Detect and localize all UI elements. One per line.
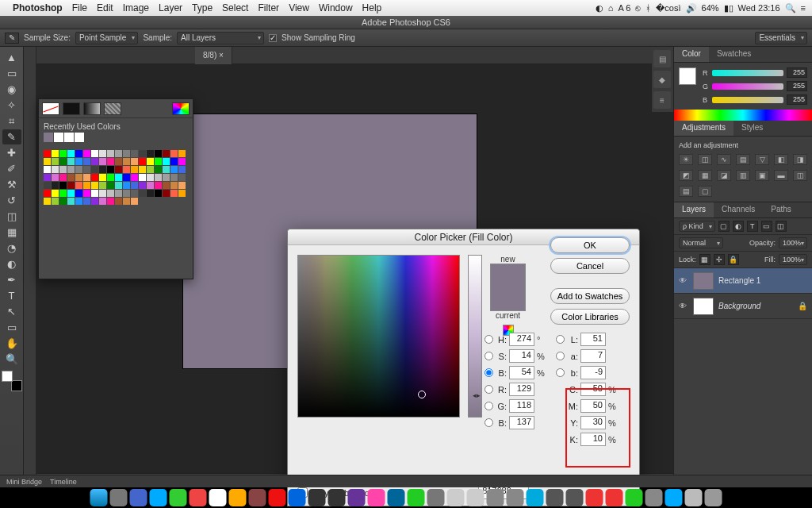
dock-app-icon[interactable] — [427, 489, 445, 506]
swatch-cell[interactable] — [99, 158, 106, 165]
swatch-cell[interactable] — [52, 150, 59, 157]
dock-app-icon[interactable] — [606, 489, 623, 506]
dock-app-icon[interactable] — [626, 489, 643, 506]
dock-app-icon[interactable] — [527, 489, 544, 506]
swatch-cell[interactable] — [123, 182, 130, 189]
swatch-cell[interactable] — [131, 190, 138, 197]
opacity-value[interactable]: 100% — [779, 237, 807, 248]
adj-thresh-icon[interactable]: ▣ — [755, 170, 769, 181]
swatch-cell[interactable] — [115, 166, 122, 173]
swatch-cell[interactable] — [163, 190, 170, 197]
eyedropper-tool-icon[interactable]: ✎ — [2, 129, 21, 144]
dock-app-icon[interactable] — [190, 489, 207, 506]
color-picker-button[interactable] — [172, 102, 190, 115]
swatch-cell[interactable] — [139, 174, 146, 181]
swatch-cell[interactable] — [115, 198, 122, 205]
swatch-cell[interactable] — [83, 174, 90, 181]
r-input[interactable]: 129 — [509, 383, 534, 396]
swatch-cell[interactable] — [178, 174, 186, 181]
blend-mode-select[interactable]: Normal — [679, 237, 723, 248]
m-input[interactable]: 50 — [580, 399, 606, 413]
filter-shape-icon[interactable]: ▭ — [761, 221, 772, 232]
adj-levels-icon[interactable]: ◫ — [698, 154, 712, 165]
swatch-cell[interactable] — [75, 166, 82, 173]
swatch-cell[interactable] — [91, 166, 98, 173]
swatch-cell[interactable] — [99, 166, 106, 173]
swatch-cell[interactable] — [155, 166, 162, 173]
swatch-cell[interactable] — [91, 150, 98, 157]
swatch-cell[interactable] — [83, 158, 90, 165]
collapsed-panel-icon[interactable]: ≡ — [653, 91, 671, 109]
dock-app-icon[interactable] — [368, 489, 385, 506]
swatch-cell[interactable] — [139, 166, 146, 173]
swatch-cell[interactable] — [67, 158, 75, 165]
tab-color[interactable]: Color — [674, 47, 709, 62]
swatch-cell[interactable] — [44, 150, 51, 157]
swatch-cell[interactable] — [123, 198, 130, 205]
blur-tool-icon[interactable]: ◔ — [2, 241, 21, 256]
swatch-cell[interactable] — [131, 150, 138, 157]
swatch-cell[interactable] — [163, 174, 170, 181]
lab-b-radio[interactable] — [556, 368, 565, 377]
swatch-cell[interactable] — [99, 182, 106, 189]
dock-trash-icon[interactable] — [705, 489, 722, 506]
tool-preset-icon[interactable]: ✎ — [5, 33, 19, 44]
swatch-cell[interactable] — [170, 182, 178, 189]
layer-thumb[interactable] — [693, 298, 714, 315]
adj-curves-icon[interactable]: ∿ — [717, 154, 731, 165]
menu-photoshop[interactable]: Photoshop — [13, 2, 63, 13]
fill-value[interactable]: 100% — [779, 254, 807, 265]
swatch-cell[interactable] — [99, 174, 106, 181]
swatch-cell[interactable] — [178, 150, 186, 157]
swatch-cell[interactable] — [99, 150, 106, 157]
history-brush-icon[interactable]: ↺ — [2, 193, 21, 208]
adj-brightness-icon[interactable]: ☀ — [679, 154, 693, 165]
swatch-cell[interactable] — [99, 190, 106, 197]
swatch-cell[interactable] — [107, 190, 114, 197]
no-fill-button[interactable] — [42, 102, 59, 115]
layer-row[interactable]: 👁Background🔒 — [674, 294, 812, 319]
swatch-cell[interactable] — [52, 198, 59, 205]
swatch-cell[interactable] — [178, 166, 186, 173]
solid-fill-button[interactable] — [63, 102, 80, 115]
g-value[interactable]: 255 — [787, 81, 807, 91]
h-input[interactable]: 274 — [509, 333, 534, 346]
swatch-cell[interactable] — [131, 174, 138, 181]
notification-icon[interactable]: ≡ — [801, 3, 806, 13]
swatch-cell[interactable] — [52, 174, 59, 181]
swatch-cell[interactable] — [131, 182, 138, 189]
dock-app-icon[interactable] — [249, 489, 266, 506]
swatch-cell[interactable] — [131, 166, 138, 173]
swatch-cell[interactable] — [59, 150, 67, 157]
swatch-cell[interactable] — [170, 166, 178, 173]
swatch-cell[interactable] — [170, 174, 178, 181]
eraser-tool-icon[interactable]: ◫ — [2, 209, 21, 224]
saturation-value-field[interactable] — [297, 255, 460, 418]
swatch-cell[interactable] — [91, 190, 98, 197]
swatch-cell[interactable] — [83, 166, 90, 173]
swatch-cell[interactable] — [44, 190, 51, 197]
tab-layers[interactable]: Layers — [674, 202, 714, 217]
swatch-cell[interactable] — [123, 166, 130, 173]
adj-vibrance-icon[interactable]: ▽ — [755, 154, 769, 165]
swatch-cell[interactable] — [139, 182, 146, 189]
tab-adjustments[interactable]: Adjustments — [674, 121, 733, 136]
swatch-cell[interactable] — [123, 158, 130, 165]
dock-finder-icon[interactable] — [90, 489, 108, 506]
swatch-cell[interactable] — [54, 133, 63, 142]
adj-hue-icon[interactable]: ◧ — [774, 154, 788, 165]
hand-tool-icon[interactable]: ✋ — [2, 336, 21, 351]
collapsed-panel-icon[interactable]: ▤ — [653, 50, 671, 67]
swatch-cell[interactable] — [163, 182, 170, 189]
swatch-cell[interactable] — [59, 166, 67, 173]
swatch-cell[interactable] — [91, 158, 98, 165]
swatch-cell[interactable] — [163, 166, 170, 173]
adj-lut-icon[interactable]: ▤ — [679, 186, 693, 197]
swatch-cell[interactable] — [131, 158, 138, 165]
adj-gradmap-icon[interactable]: ▬ — [774, 170, 788, 181]
swatch-cell[interactable] — [52, 166, 59, 173]
adj-more-icon[interactable]: ▢ — [698, 186, 712, 197]
bc-input[interactable]: 137 — [509, 416, 534, 429]
c-input[interactable]: 50 — [580, 383, 606, 396]
swatch-cell[interactable] — [147, 190, 154, 197]
